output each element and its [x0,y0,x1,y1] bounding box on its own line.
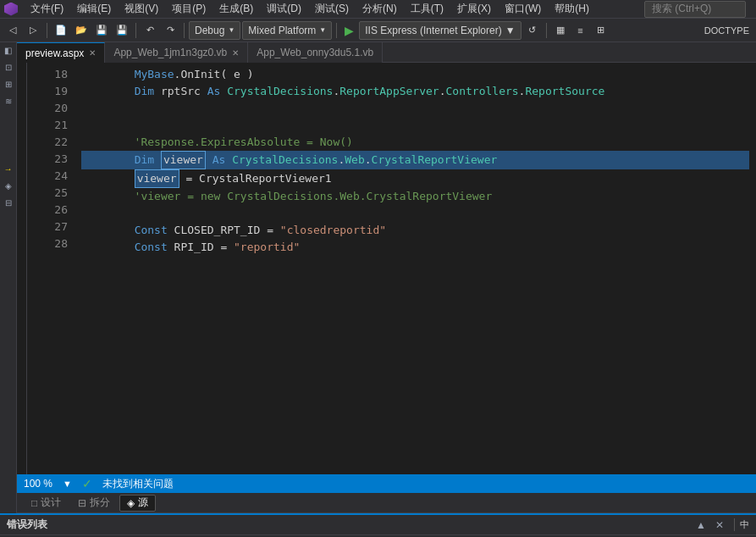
error-panel-title: 错误列表 [7,518,690,532]
panel-label-ch: 中 [734,518,749,531]
no-issues-icon: ✓ [82,477,92,490]
design-icon: □ [31,497,37,509]
tab-app-web-2[interactable]: App_Web_onny3du5.1.vb [248,42,383,63]
platform-arrow-icon: ▼ [319,26,326,34]
sidebar-icon-6[interactable]: ⊟ [2,198,15,212]
close-tab-0-icon[interactable]: ✕ [89,48,96,58]
iis-arrow-icon: ▼ [505,25,516,36]
zoom-arrow-icon: ▼ [63,479,72,489]
code-line-24: viewer = CrystalReportViewer1 [81,169,749,188]
sidebar-icon-4[interactable]: ≋ [2,97,15,110]
editor-area: preview.aspx ✕ App_Web_1jm1n3gz0.vb ✕ Ap… [17,42,756,513]
tab-source[interactable]: ◈ 源 [119,495,156,512]
debug-arrow-icon: ▼ [228,26,235,34]
sep4 [336,23,337,38]
code-content[interactable]: MyBase.OnInit( e ) Dim rptSrc As Crystal… [74,63,756,474]
menu-window[interactable]: 窗口(W) [498,0,548,18]
code-line-23: Dim viewer As CrystalDecisions.Web.Cryst… [81,151,749,169]
save-btn[interactable]: 💾 [92,21,111,40]
code-editor: 18 19 20 21 22 23 24 25 26 27 28 MyBase.… [17,63,756,474]
menu-tools[interactable]: 工具(T) [404,0,450,18]
panel-maximize-btn[interactable]: ▲ [693,518,709,533]
menu-test[interactable]: 测试(S) [308,0,356,18]
sep3 [184,23,185,38]
left-sidebar: ◧ ⊡ ⊞ ≋ → ◈ ⊟ [0,42,17,513]
code-line-26 [81,205,749,222]
open-btn[interactable]: 📂 [72,21,91,40]
layout-btn1[interactable]: ▦ [551,21,570,40]
debug-dropdown[interactable]: Debug ▼ [189,21,240,40]
view-tabs: □ 设计 ⊟ 拆分 ◈ 源 [17,493,756,513]
menu-edit[interactable]: 编辑(E) [70,0,118,18]
code-line-18: MyBase.OnInit( e ) [81,66,749,83]
code-line-19: Dim rptSrc As CrystalDecisions.ReportApp… [81,83,749,100]
doctype-label: DOCTYPE [704,25,753,36]
breakpoint-area [27,63,41,474]
zoom-level: 100 % [24,478,52,490]
menu-view[interactable]: 视图(V) [118,0,165,18]
code-line-22: 'Response.ExpiresAbsolute = Now() [81,134,749,151]
platform-dropdown[interactable]: Mixed Platform ▼ [242,21,332,40]
iis-dropdown[interactable]: IIS Express (Internet Explorer) ▼ [359,21,521,40]
error-panel-header: 错误列表 ▲ ✕ 中 [0,515,756,535]
no-issues-label: 未找到相关问题 [102,477,174,491]
menu-debug[interactable]: 调试(D) [260,0,308,18]
panel-close-btn[interactable]: ✕ [712,518,727,533]
main-area: ◧ ⊡ ⊞ ≋ → ◈ ⊟ preview.aspx ✕ App_Web_1jm… [0,42,756,513]
layout-btn3[interactable]: ⊞ [592,21,610,40]
menu-extend[interactable]: 扩展(X) [450,0,498,18]
refresh-btn[interactable]: ↺ [523,21,542,40]
sidebar-icon-3[interactable]: ⊞ [2,80,15,93]
run-btn[interactable]: ▶ [341,24,357,37]
code-line-25: 'viewer = new CrystalDecisions.Web.Cryst… [81,188,749,205]
sep1 [47,23,47,38]
redo-btn[interactable]: ↷ [161,21,179,40]
global-search-input[interactable]: 搜索 (Ctrl+Q) [644,1,746,18]
split-icon: ⊟ [78,497,86,509]
source-icon: ◈ [127,497,135,509]
menu-file[interactable]: 文件(F) [24,0,70,18]
sidebar-icon-arrow[interactable]: → [2,164,15,178]
menu-project[interactable]: 项目(P) [165,0,212,18]
code-line-21 [81,117,749,134]
back-btn[interactable]: ◁ [3,21,22,40]
sep2 [135,23,136,38]
sidebar-icon-2[interactable]: ⊡ [2,63,15,76]
tab-app-web-1[interactable]: App_Web_1jm1n3gz0.vb ✕ [105,42,248,63]
menu-analyze[interactable]: 分析(N) [356,0,404,18]
tab-preview-aspx[interactable]: preview.aspx ✕ [17,42,105,63]
save-all-btn[interactable]: 💾 [113,21,131,40]
line-numbers: 18 19 20 21 22 23 24 25 26 27 28 [41,63,74,474]
undo-btn[interactable]: ↶ [141,21,159,40]
status-bar: 100 % ▼ ✓ 未找到相关问题 [17,474,756,493]
menu-build[interactable]: 生成(B) [212,0,260,18]
tab-split[interactable]: ⊟ 拆分 [70,495,118,512]
layout-btn2[interactable]: ≡ [571,21,590,40]
vs-logo [3,2,19,17]
tab-design[interactable]: □ 设计 [24,495,69,512]
code-line-28: Const RPI_ID = "reportid" [81,239,749,256]
tab-bar: preview.aspx ✕ App_Web_1jm1n3gz0.vb ✕ Ap… [17,42,756,63]
fwd-btn[interactable]: ▷ [24,21,42,40]
gutter [17,63,27,474]
sidebar-icon-5[interactable]: ◈ [2,181,15,195]
sidebar-icon-1[interactable]: ◧ [2,46,15,59]
menu-help[interactable]: 帮助(H) [548,0,596,18]
close-tab-1-icon[interactable]: ✕ [232,48,239,58]
code-line-27: Const CLOSED_RPT_ID = "closedreportid" [81,222,749,239]
error-panel: 错误列表 ▲ ✕ 中 整个解决方案 ▼ ⊗ 错误 6 ⚠ 警告 0 ℹ 消息 0… [0,513,756,537]
code-line-20 [81,100,749,117]
toolbar: ◁ ▷ 📄 📂 💾 💾 ↶ ↷ Debug ▼ Mixed Platform ▼… [0,19,756,42]
new-file-btn[interactable]: 📄 [52,21,70,40]
sep5 [546,23,547,38]
menu-bar: 文件(F) 编辑(E) 视图(V) 项目(P) 生成(B) 调试(D) 测试(S… [0,0,756,19]
